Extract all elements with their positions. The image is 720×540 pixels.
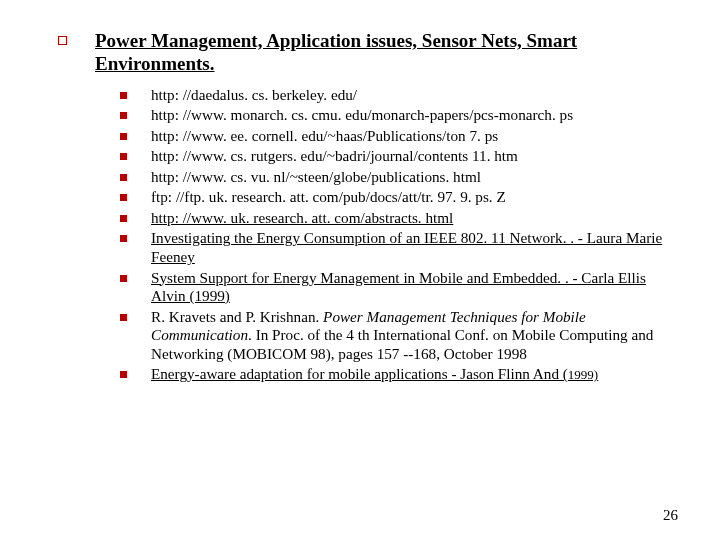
list-item: Energy-aware adaptation for mobile appli… <box>120 365 678 384</box>
reference-link[interactable]: http: //www. uk. research. att. com/abst… <box>151 209 453 226</box>
list-item: ftp: //ftp. uk. research. att. com/pub/d… <box>120 188 678 207</box>
text-run: Energy-aware adaptation for mobile appli… <box>151 365 568 382</box>
bullet-square-icon <box>120 235 127 242</box>
bullet-square-icon <box>120 371 127 378</box>
heading-row: Power Management, Application issues, Se… <box>58 30 678 76</box>
bullet-square-icon <box>120 174 127 181</box>
bullet-square-icon <box>120 153 127 160</box>
list-item: http: //www. ee. cornell. edu/~haas/Publ… <box>120 127 678 146</box>
list-item-text: http: //www. monarch. cs. cmu. edu/monar… <box>151 106 573 125</box>
list-item-text: http: //daedalus. cs. berkeley. edu/ <box>151 86 357 105</box>
list-item: http: //daedalus. cs. berkeley. edu/ <box>120 86 678 105</box>
bullet-square-icon <box>120 314 127 321</box>
list-item-text: R. Kravets and P. Krishnan. Power Manage… <box>151 308 678 364</box>
list-item: http: //www. cs. vu. nl/~steen/globe/pub… <box>120 168 678 187</box>
bullet-square-icon <box>120 112 127 119</box>
bullet-open-square-icon <box>58 36 67 45</box>
slide-page: Power Management, Application issues, Se… <box>0 0 720 540</box>
list-item-text: System Support for Energy Management in … <box>151 269 678 306</box>
bullet-square-icon <box>120 92 127 99</box>
text-run-small: 1999) <box>568 367 598 382</box>
list-item-text: http: //www. cs. vu. nl/~steen/globe/pub… <box>151 168 481 187</box>
bullet-square-icon <box>120 133 127 140</box>
bullet-square-icon <box>120 215 127 222</box>
bullet-list: http: //daedalus. cs. berkeley. edu/ htt… <box>120 86 678 384</box>
list-item-text: http: //www. cs. rutgers. edu/~badri/jou… <box>151 147 518 166</box>
text-run: R. Kravets and P. Krishnan. <box>151 308 323 325</box>
reference-link[interactable]: Investigating the Energy Consumption of … <box>151 229 662 265</box>
reference-link[interactable]: Energy-aware adaptation for mobile appli… <box>151 365 598 382</box>
list-item: http: //www. monarch. cs. cmu. edu/monar… <box>120 106 678 125</box>
bullet-square-icon <box>120 194 127 201</box>
page-number: 26 <box>663 507 678 524</box>
slide-heading: Power Management, Application issues, Se… <box>95 30 678 76</box>
list-item-text: Investigating the Energy Consumption of … <box>151 229 678 266</box>
list-item: Investigating the Energy Consumption of … <box>120 229 678 266</box>
list-item: System Support for Energy Management in … <box>120 269 678 306</box>
list-item: R. Kravets and P. Krishnan. Power Manage… <box>120 308 678 364</box>
reference-link[interactable]: System Support for Energy Management in … <box>151 269 646 305</box>
list-item-text: http: //www. uk. research. att. com/abst… <box>151 209 453 228</box>
list-item-text: Energy-aware adaptation for mobile appli… <box>151 365 598 384</box>
list-item: http: //www. cs. rutgers. edu/~badri/jou… <box>120 147 678 166</box>
bullet-square-icon <box>120 275 127 282</box>
list-item: http: //www. uk. research. att. com/abst… <box>120 209 678 228</box>
list-item-text: ftp: //ftp. uk. research. att. com/pub/d… <box>151 188 506 207</box>
list-item-text: http: //www. ee. cornell. edu/~haas/Publ… <box>151 127 498 146</box>
